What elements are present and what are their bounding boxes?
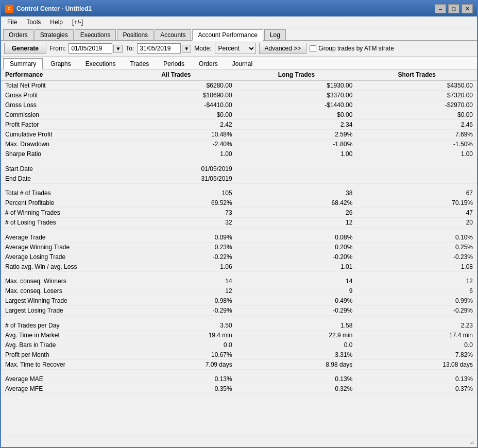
table-row: Profit Factor 2.42 2.34 2.46 bbox=[1, 120, 477, 130]
table-row: Percent Profitable 69.52% 68.42% 70.15% bbox=[1, 198, 477, 208]
table-row: Cumulative Profit 10.48% 2.59% 7.69% bbox=[1, 130, 477, 140]
cell-label: Sharpe Ratio bbox=[1, 149, 116, 159]
table-row: Total Net Profit $6280.00 $1930.00 $4350… bbox=[1, 80, 477, 91]
sub-tab-journal[interactable]: Journal bbox=[226, 58, 259, 69]
table-row: Average MFE 0.35% 0.32% 0.37% bbox=[1, 384, 477, 394]
cell-long: $3370.00 bbox=[236, 91, 357, 100]
window-container: C Control Center - Untitled1 – □ ✕ File … bbox=[0, 0, 478, 448]
cell-short: 17.4 min bbox=[356, 330, 477, 340]
cell-all: $0.00 bbox=[116, 110, 236, 120]
table-row: Average Winning Trade 0.23% 0.20% 0.25% bbox=[1, 242, 477, 252]
table-scroll[interactable]: Performance All Trades Long Trades Short… bbox=[1, 70, 477, 437]
sub-tab-orders[interactable]: Orders bbox=[192, 58, 225, 69]
spacer-row bbox=[1, 369, 477, 374]
cell-all: 73 bbox=[116, 208, 236, 218]
cell-short bbox=[356, 164, 477, 174]
to-date-input[interactable] bbox=[137, 43, 181, 54]
maximize-button[interactable]: □ bbox=[448, 4, 459, 13]
status-bar: ⊿ bbox=[1, 437, 477, 447]
performance-table: Performance All Trades Long Trades Short… bbox=[1, 70, 477, 394]
content-area: Performance All Trades Long Trades Short… bbox=[1, 70, 477, 437]
table-row: # of Losing Trades 32 12 20 bbox=[1, 218, 477, 228]
menu-plus-minus[interactable]: [+/-] bbox=[68, 18, 87, 27]
cell-short: 0.13% bbox=[356, 374, 477, 384]
cell-long: 0.08% bbox=[236, 233, 357, 243]
from-date-picker[interactable]: ▼ bbox=[113, 45, 123, 53]
generate-button[interactable]: Generate bbox=[4, 43, 46, 54]
sub-tab-trades[interactable]: Trades bbox=[123, 58, 156, 69]
close-button[interactable]: ✕ bbox=[462, 4, 473, 13]
group-trades-checkbox[interactable] bbox=[310, 45, 316, 52]
cell-long: -$1440.00 bbox=[236, 100, 357, 110]
table-row: Commission $0.00 $0.00 $0.00 bbox=[1, 110, 477, 120]
cell-all: 7.09 days bbox=[116, 359, 236, 369]
menu-help[interactable]: Help bbox=[46, 18, 67, 27]
sub-tab-graphs[interactable]: Graphs bbox=[44, 58, 77, 69]
cell-long: 0.32% bbox=[236, 384, 357, 394]
to-label: To: bbox=[126, 45, 134, 52]
mode-select[interactable]: Percent Dollar bbox=[215, 43, 256, 54]
cell-all: 3.50 bbox=[116, 321, 236, 331]
nav-tab-positions[interactable]: Positions bbox=[117, 29, 153, 40]
cell-long: $1930.00 bbox=[236, 80, 357, 91]
cell-all: -0.29% bbox=[116, 306, 236, 316]
table-row: Average Losing Trade -0.22% -0.20% -0.23… bbox=[1, 252, 477, 262]
sub-tab-summary[interactable]: Summary bbox=[3, 58, 43, 70]
cell-label: # of Losing Trades bbox=[1, 218, 116, 228]
cell-long: 8.98 days bbox=[236, 359, 357, 369]
nav-tab-executions[interactable]: Executions bbox=[75, 29, 116, 40]
cell-all: 12 bbox=[116, 286, 236, 296]
cell-label: Ratio avg. Win / avg. Loss bbox=[1, 262, 116, 271]
cell-long: 12 bbox=[236, 218, 357, 228]
cell-label: Cumulative Profit bbox=[1, 130, 116, 140]
cell-all: 32 bbox=[116, 218, 236, 228]
table-row: Start Date 01/05/2019 bbox=[1, 164, 477, 174]
nav-tab-orders[interactable]: Orders bbox=[3, 29, 33, 40]
cell-all: 1.00 bbox=[116, 149, 236, 159]
cell-short: $7320.00 bbox=[356, 91, 477, 100]
menu-tools[interactable]: Tools bbox=[22, 18, 45, 27]
table-row: Total # of Trades 105 38 67 bbox=[1, 188, 477, 198]
cell-long: 22.9 min bbox=[236, 330, 357, 340]
nav-tab-strategies[interactable]: Strategies bbox=[35, 29, 74, 40]
cell-short: 7.69% bbox=[356, 130, 477, 140]
cell-all: 2.42 bbox=[116, 120, 236, 130]
nav-tab-accounts[interactable]: Accounts bbox=[155, 29, 191, 40]
sub-tabs: Summary Graphs Executions Trades Periods… bbox=[1, 57, 477, 70]
mode-label: Mode: bbox=[194, 45, 211, 52]
cell-label: Max. Drawdown bbox=[1, 140, 116, 149]
cell-label: Largest Losing Trade bbox=[1, 306, 116, 316]
table-row: Gross Loss -$4410.00 -$1440.00 -$2970.00 bbox=[1, 100, 477, 110]
resize-icon: ⊿ bbox=[470, 439, 474, 445]
cell-all: 105 bbox=[116, 188, 236, 198]
from-date-input[interactable] bbox=[69, 43, 112, 54]
nav-tab-log[interactable]: Log bbox=[264, 29, 286, 40]
cell-all: -2.40% bbox=[116, 140, 236, 149]
sub-tab-executions[interactable]: Executions bbox=[79, 58, 123, 69]
cell-short: 6 bbox=[356, 286, 477, 296]
cell-short: 0.25% bbox=[356, 242, 477, 252]
cell-label: Max. conseq. Winners bbox=[1, 277, 116, 286]
title-bar: C Control Center - Untitled1 – □ ✕ bbox=[1, 1, 477, 16]
minimize-button[interactable]: – bbox=[435, 4, 446, 13]
table-row: Largest Losing Trade -0.29% -0.29% -0.29… bbox=[1, 306, 477, 316]
table-row: Ratio avg. Win / avg. Loss 1.06 1.01 1.0… bbox=[1, 262, 477, 271]
nav-tab-account-performance[interactable]: Account Performance bbox=[192, 29, 263, 41]
sub-tab-periods[interactable]: Periods bbox=[157, 58, 191, 69]
cell-long: 0.0 bbox=[236, 340, 357, 350]
to-date-picker[interactable]: ▼ bbox=[182, 45, 191, 53]
nav-tabs: Orders Strategies Executions Positions A… bbox=[1, 28, 477, 41]
cell-short: 0.10% bbox=[356, 233, 477, 243]
spacer-row bbox=[1, 159, 477, 164]
table-row: # of Trades per Day 3.50 1.58 2.23 bbox=[1, 321, 477, 331]
table-row: Gross Profit $10690.00 $3370.00 $7320.00 bbox=[1, 91, 477, 100]
app-icon: C bbox=[5, 5, 13, 13]
cell-all: 19.4 min bbox=[116, 330, 236, 340]
cell-short: 13.08 days bbox=[356, 359, 477, 369]
header-all-trades: All Trades bbox=[116, 70, 236, 80]
cell-long: $0.00 bbox=[236, 110, 357, 120]
cell-all: 0.0 bbox=[116, 340, 236, 350]
advanced-button[interactable]: Advanced >> bbox=[259, 43, 307, 54]
menu-file[interactable]: File bbox=[3, 18, 21, 27]
header-short-trades: Short Trades bbox=[356, 70, 477, 80]
